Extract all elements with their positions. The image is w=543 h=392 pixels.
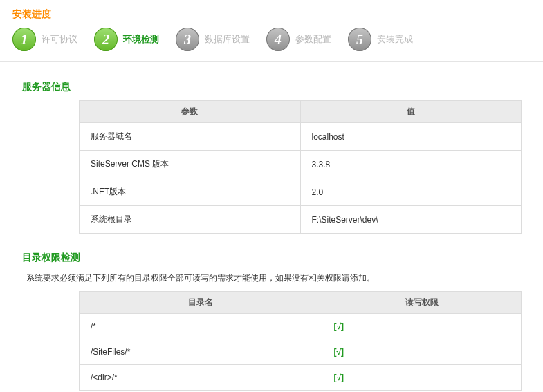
page-title: 安装进度 xyxy=(0,0,543,26)
step-circle-icon: 4 xyxy=(266,28,290,51)
step-label: 参数配置 xyxy=(295,33,331,46)
perm-check-header-perm: 读写权限 xyxy=(322,292,522,314)
step-label: 环境检测 xyxy=(123,33,159,46)
perm-check-table: 目录名 读写权限 /*[√]/SiteFiles/*[√]/<dir>/*[√] xyxy=(79,291,522,391)
server-info-value: localhost xyxy=(300,123,522,151)
table-row: 系统根目录F:\SiteServer\dev\ xyxy=(80,206,522,234)
step-bar: 1许可协议2环境检测3数据库设置4参数配置5安装完成 xyxy=(0,26,543,61)
table-row: .NET版本2.0 xyxy=(80,178,522,206)
server-info-value: 3.3.8 xyxy=(300,151,522,178)
server-info-header-param: 参数 xyxy=(80,101,301,123)
perm-dir: /* xyxy=(80,314,322,339)
perm-check-desc: 系统要求必须满足下列所有的目录权限全部可读写的需求才能使用，如果没有相关权限请添… xyxy=(26,272,524,284)
step-circle-icon: 1 xyxy=(12,28,36,51)
step-label: 许可协议 xyxy=(42,33,77,46)
perm-status: [√] xyxy=(322,339,522,365)
step-circle-icon: 2 xyxy=(94,28,118,51)
step-2: 2环境检测 xyxy=(94,28,159,51)
check-icon: [√] xyxy=(333,347,344,357)
perm-status: [√] xyxy=(322,314,522,339)
step-circle-icon: 3 xyxy=(176,28,199,51)
server-info-value: F:\SiteServer\dev\ xyxy=(300,206,522,234)
perm-status: [√] xyxy=(322,365,522,391)
server-info-value: 2.0 xyxy=(300,178,522,206)
perm-check-header-dir: 目录名 xyxy=(80,292,322,314)
perm-dir: /<dir>/* xyxy=(80,365,322,391)
step-4: 4参数配置 xyxy=(266,28,331,51)
check-icon: [√] xyxy=(333,373,344,382)
step-circle-icon: 5 xyxy=(348,28,371,51)
step-1: 1许可协议 xyxy=(12,28,77,51)
table-row: 服务器域名localhost xyxy=(80,123,522,151)
server-info-header-value: 值 xyxy=(300,101,522,123)
server-info-body: 服务器域名localhostSiteServer CMS 版本3.3.8.NET… xyxy=(80,123,522,234)
step-label: 安装完成 xyxy=(377,33,413,46)
perm-check-title: 目录权限检测 xyxy=(22,252,524,264)
perm-check-body: /*[√]/SiteFiles/*[√]/<dir>/*[√] xyxy=(80,314,522,391)
server-info-param: .NET版本 xyxy=(80,178,301,206)
server-info-table: 参数 值 服务器域名localhostSiteServer CMS 版本3.3.… xyxy=(79,100,522,234)
table-row: /SiteFiles/*[√] xyxy=(80,339,522,365)
server-info-param: 服务器域名 xyxy=(80,123,301,151)
step-label: 数据库设置 xyxy=(205,33,250,46)
perm-dir: /SiteFiles/* xyxy=(80,339,322,365)
server-info-param: 系统根目录 xyxy=(80,206,301,234)
table-row: /*[√] xyxy=(80,314,522,339)
server-info-title: 服务器信息 xyxy=(22,81,524,93)
table-row: /<dir>/*[√] xyxy=(80,365,522,391)
table-row: SiteServer CMS 版本3.3.8 xyxy=(80,151,522,178)
divider xyxy=(0,61,543,62)
step-5: 5安装完成 xyxy=(348,28,413,51)
check-icon: [√] xyxy=(333,321,344,331)
server-info-param: SiteServer CMS 版本 xyxy=(80,151,301,178)
step-3: 3数据库设置 xyxy=(176,28,250,51)
